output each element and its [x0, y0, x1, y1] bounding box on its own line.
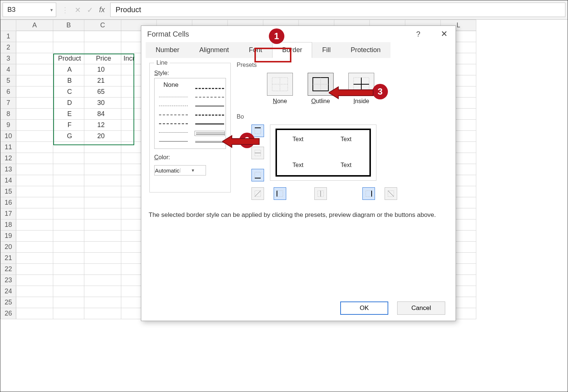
formula-input[interactable]: Product	[110, 3, 565, 17]
dialog-title: Format Cells	[147, 30, 189, 38]
ellipsis-icon: ⋮	[61, 6, 69, 14]
cell[interactable]: G	[53, 131, 84, 142]
formula-value: Product	[116, 6, 141, 14]
chevron-down-icon[interactable]: ▼	[50, 8, 54, 12]
cell[interactable]: 84	[84, 109, 121, 120]
chevron-down-icon[interactable]: ▼	[180, 168, 206, 173]
row-header[interactable]: 10	[1, 131, 16, 142]
tab-alignment[interactable]: Alignment	[189, 42, 239, 58]
cell[interactable]: 30	[84, 98, 121, 109]
row-header[interactable]: 17	[1, 208, 16, 219]
col-header[interactable]: A	[16, 20, 53, 31]
row-header[interactable]: 23	[1, 275, 16, 286]
svg-line-16	[255, 191, 261, 197]
help-icon[interactable]: ?	[413, 30, 424, 38]
confirm-icon[interactable]: ✓	[87, 6, 93, 14]
row-header[interactable]: 22	[1, 264, 16, 275]
name-box[interactable]: B3 ▼	[3, 3, 56, 17]
col-header[interactable]: C	[84, 20, 121, 31]
line-group: Line Style: None	[149, 59, 231, 192]
row-header[interactable]: 12	[1, 153, 16, 164]
svg-rect-9	[255, 128, 261, 134]
row-header[interactable]: 14	[1, 175, 16, 186]
preset-none[interactable]: None	[267, 73, 293, 105]
style-none-option[interactable]: None	[163, 81, 179, 89]
tab-number[interactable]: Number	[146, 42, 189, 58]
border-color-dropdown[interactable]: Automatic ▼	[154, 165, 206, 175]
cell[interactable]: E	[53, 109, 84, 120]
row-header[interactable]: 4	[1, 64, 16, 75]
preset-outline[interactable]: Outline	[308, 73, 334, 105]
border-diag-up-button[interactable]	[251, 187, 264, 200]
border-hmiddle-button[interactable]	[251, 147, 264, 159]
ok-button[interactable]: OK	[340, 301, 388, 315]
border-preview[interactable]: Text Text Text Text	[270, 125, 376, 181]
cell[interactable]: 12	[84, 120, 121, 131]
row-header[interactable]: 16	[1, 197, 16, 208]
fx-icon[interactable]: fx	[99, 6, 105, 14]
presets-label: Presets	[237, 62, 257, 68]
preset-none-label: one	[277, 98, 287, 104]
row-header[interactable]: 21	[1, 253, 16, 264]
cancel-icon[interactable]: ✕	[75, 6, 81, 14]
row-header[interactable]: 15	[1, 186, 16, 197]
row-header[interactable]: 26	[1, 308, 16, 319]
cancel-button[interactable]: Cancel	[397, 301, 445, 315]
cell[interactable]: 20	[84, 131, 121, 142]
cell[interactable]: Price	[84, 53, 121, 64]
row-header[interactable]: 8	[1, 109, 16, 120]
border-diag-down-button[interactable]	[385, 187, 397, 200]
tab-fill[interactable]: Fill	[312, 42, 341, 58]
line-style-picker[interactable]: None	[154, 78, 226, 149]
color-label: Color:	[154, 154, 226, 161]
preview-text: Text	[341, 162, 351, 168]
cell[interactable]: 10	[84, 64, 121, 75]
row-header[interactable]: 19	[1, 231, 16, 242]
row-header[interactable]: 18	[1, 219, 16, 231]
border-left-button[interactable]	[274, 187, 286, 200]
border-top-button[interactable]	[251, 125, 264, 137]
row-header[interactable]: 25	[1, 297, 16, 308]
row-header[interactable]: 6	[1, 86, 16, 98]
svg-rect-17	[277, 191, 283, 197]
cell[interactable]: 65	[84, 86, 121, 98]
cell[interactable]: F	[53, 120, 84, 131]
row-header[interactable]: 3	[1, 53, 16, 64]
row-header[interactable]: 1	[1, 31, 16, 42]
cell[interactable]: C	[53, 86, 84, 98]
select-all-corner[interactable]	[1, 20, 16, 31]
cell-reference: B3	[7, 6, 16, 14]
row-header[interactable]: 5	[1, 75, 16, 86]
border-right-button[interactable]	[362, 187, 375, 200]
cell[interactable]: D	[53, 98, 84, 109]
svg-line-24	[388, 191, 394, 197]
tab-protection[interactable]: Protection	[341, 42, 390, 58]
row-header[interactable]: 2	[1, 42, 16, 53]
cell[interactable]: 21	[84, 75, 121, 86]
preview-text: Text	[341, 136, 351, 143]
preset-inside[interactable]: Inside	[348, 73, 374, 105]
row-header[interactable]: 20	[1, 242, 16, 253]
cell[interactable]: A	[53, 64, 84, 75]
preview-text: Text	[293, 162, 303, 168]
row-header[interactable]: 24	[1, 286, 16, 297]
row-header[interactable]: 7	[1, 98, 16, 109]
svg-rect-21	[366, 191, 372, 197]
border-bottom-button[interactable]	[251, 169, 264, 181]
tab-font[interactable]: Font	[239, 42, 272, 58]
close-icon[interactable]: ✕	[439, 29, 450, 39]
cell[interactable]: B	[53, 75, 84, 86]
row-header[interactable]: 13	[1, 164, 16, 175]
border-vmiddle-button[interactable]	[314, 187, 327, 200]
svg-rect-13	[255, 172, 261, 178]
border-group-label: Bo	[237, 113, 244, 120]
color-value: Automatic	[155, 167, 180, 174]
preset-inside-label: nside	[355, 98, 369, 104]
col-header[interactable]: B	[53, 20, 84, 31]
row-header[interactable]: 11	[1, 142, 16, 153]
tab-border[interactable]: Border	[272, 42, 312, 58]
preset-outline-label: utline	[316, 98, 330, 104]
cell[interactable]: Product	[53, 53, 84, 64]
row-header[interactable]: 9	[1, 120, 16, 131]
style-label: Style:	[154, 70, 226, 76]
